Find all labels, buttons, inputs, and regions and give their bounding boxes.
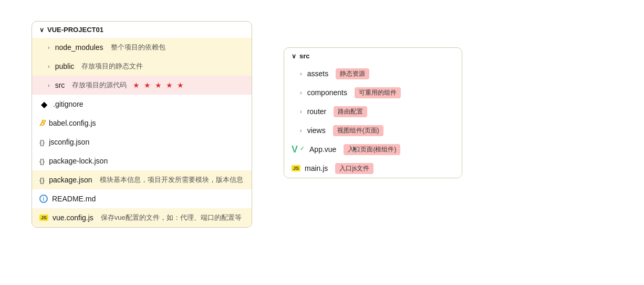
list-item: › src 存放项目的源代码 ★ ★ ★ ★ ★ [32,76,252,95]
list-item: ◆ .gitignore [32,95,252,114]
chevron-right-icon: › [300,108,302,115]
list-item: {} package.json 模块基本信息，项目开发所需要模块，版本信息 [32,170,252,189]
info-icon: i [39,195,48,203]
list-item: › components 可重用的组件 [284,83,462,102]
tag: 路由配置 [334,106,367,117]
chevron-right-icon: › [48,82,50,88]
folder-name: views [307,126,326,135]
file-name: App.vue [309,145,336,154]
tag: 静态资源 [336,68,369,79]
list-item: {} package-lock.json [32,151,252,170]
list-item: JS vue.config.js 保存vue配置的文件，如：代理、端口的配置等 [32,208,252,227]
file-description: 模块基本信息，项目开发所需要模块，版本信息 [100,175,243,185]
file-name: main.js [305,164,328,172]
js-icon: JS [292,165,300,171]
file-name: babel.config.js [49,119,96,127]
folder-name: router [307,107,327,116]
folder-description: 存放项目的源代码 [72,80,127,90]
folder-name: assets [307,69,328,78]
folder-name: components [307,88,347,97]
chevron-right-icon: › [300,127,302,134]
json-icon: {} [39,138,45,146]
file-name: vue.config.js [53,213,94,222]
js-icon: JS [39,215,48,221]
chevron-down-icon: ∨ [39,26,44,34]
vue-icon: V [292,144,298,155]
list-item: › public 存放项目的静态文件 [32,57,252,76]
babel-icon: 𝐵 [39,118,45,128]
project-title-row: ∨ VUE-PROJECT01 [32,22,252,38]
right-panel: ∨ src › assets 静态资源 › components 可重用的组件 … [284,47,462,178]
list-item: › node_modules 整个项目的依赖包 [32,38,252,57]
tag: 入口js文件 [335,163,373,174]
project-title: VUE-PROJECT01 [47,26,103,34]
list-item: › router 路由配置 [284,102,462,121]
file-description: 保存vue配置的文件，如：代理、端口的配置等 [101,213,242,222]
src-title-row: ∨ src [284,48,462,64]
file-name: package.json [49,176,92,184]
vue-icon-check: ✓ [300,146,304,151]
list-item: V ✓ App.vue 入口页面(根组件) [284,140,462,159]
json-icon: {} [39,176,45,184]
folder-name: node_modules [55,43,103,52]
chevron-right-icon: › [48,44,50,50]
list-item: JS main.js 入口js文件 [284,159,462,178]
folder-name: public [55,62,75,70]
chevron-right-icon: › [48,63,50,69]
folder-description: 存放项目的静态文件 [81,62,143,71]
folder-description: 整个项目的依赖包 [111,43,165,52]
list-item: 𝐵 babel.config.js [32,114,252,133]
list-item: i README.md [32,189,252,208]
chevron-right-icon: › [300,70,302,77]
list-item: {} jsconfig.json [32,133,252,151]
file-name: jsconfig.json [49,138,89,146]
git-icon: ◆ [39,99,49,109]
left-panel: ∨ VUE-PROJECT01 › node_modules 整个项目的依赖包 … [32,21,252,228]
tag: 视图组件(页面) [333,125,383,136]
file-name: package-lock.json [49,157,108,165]
file-name: README.md [52,195,96,203]
src-title: src [299,52,310,60]
tag: 入口页面(根组件) [344,144,400,155]
file-name: .gitignore [53,100,84,108]
chevron-down-icon: ∨ [292,53,296,60]
json-icon: {} [39,157,45,165]
chevron-right-icon: › [300,89,302,96]
stars: ★ ★ ★ ★ ★ [133,81,185,89]
list-item: › views 视图组件(页面) [284,121,462,140]
folder-name: src [55,81,65,89]
list-item: › assets 静态资源 [284,64,462,83]
tag: 可重用的组件 [355,87,401,98]
